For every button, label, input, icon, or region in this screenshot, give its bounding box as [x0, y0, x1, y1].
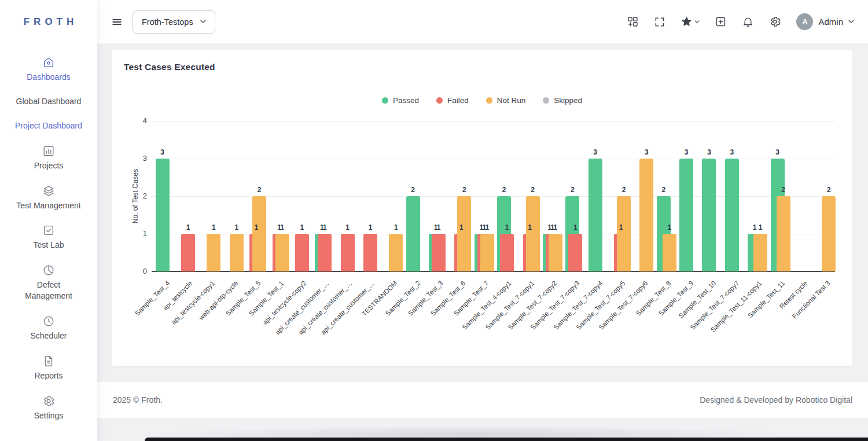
project-selector-value: Froth-Testops: [142, 17, 193, 27]
avatar: A: [796, 13, 813, 30]
x-axis-label: api_testcycle-copy2: [261, 280, 307, 326]
bar-not-run[interactable]: [526, 196, 540, 271]
y-tick-0: 0: [126, 267, 147, 275]
bar-value-label: 2: [561, 186, 584, 194]
header-actions: A Admin: [627, 13, 854, 30]
bar-failed[interactable]: [432, 234, 446, 271]
sidebar-item-global-dashboard[interactable]: Global Dashboard: [14, 96, 83, 107]
apps-add-icon[interactable]: [627, 16, 639, 28]
bar-not-run[interactable]: [230, 234, 244, 271]
sidebar-item-label: Project Dashboard: [15, 120, 82, 131]
sidebar-item-test-lab[interactable]: Test Lab: [14, 224, 83, 251]
layers-icon: [42, 185, 55, 197]
sidebar-item-reports[interactable]: Reports: [14, 355, 83, 381]
bar-value-label: 2: [612, 186, 635, 194]
x-axis-label: web-api-otp-cycle: [197, 280, 239, 321]
settings-gear-icon[interactable]: [769, 16, 781, 28]
hamburger-menu-icon[interactable]: [111, 16, 123, 28]
bar-failed[interactable]: [341, 234, 355, 271]
bar-not-run[interactable]: [275, 234, 289, 271]
bar-value-label: 3: [720, 148, 744, 156]
notifications-bell-icon[interactable]: [742, 16, 754, 28]
bar-value-label: 2: [652, 186, 675, 194]
sidebar-item-defect-management[interactable]: Defect Management: [14, 264, 83, 302]
sidebar-item-label: Test Lab: [34, 240, 64, 251]
sidebar-item-label: Test Management: [16, 200, 80, 211]
bar-passed[interactable]: [725, 159, 739, 271]
bar-not-run[interactable]: [822, 196, 836, 271]
bar-failed[interactable]: [295, 234, 309, 271]
bar-not-run[interactable]: [389, 234, 403, 271]
bar-not-run[interactable]: [617, 196, 631, 271]
bar-value-label: 2: [453, 186, 476, 194]
bar-value-label: 2: [521, 186, 545, 194]
clock-icon: [42, 315, 55, 328]
file-icon: [42, 355, 55, 368]
fullscreen-icon[interactable]: [654, 16, 665, 28]
bar-chart-icon: [42, 145, 55, 157]
bar-failed[interactable]: [568, 234, 582, 271]
bar-passed[interactable]: [406, 196, 420, 271]
sidebar-item-label: Settings: [34, 410, 64, 421]
sidebar-item-test-management[interactable]: Test Management: [14, 185, 83, 211]
chevron-down-icon: [200, 20, 206, 24]
bar-not-run[interactable]: [549, 234, 562, 271]
bar-value-label: 1: [749, 223, 772, 231]
sidebar-item-project-dashboard[interactable]: Project Dashboard: [14, 120, 83, 131]
bar-passed[interactable]: [702, 159, 716, 271]
sidebar-item-label: Defect Management: [14, 280, 83, 302]
bar-value-label: 1: [609, 223, 632, 231]
bar-not-run[interactable]: [753, 234, 767, 271]
bottom-strip: [97, 418, 868, 441]
bar-passed[interactable]: [156, 159, 170, 271]
sidebar-item-scheduler[interactable]: Scheduler: [14, 315, 83, 341]
sidebar-item-label: Scheduler: [30, 330, 67, 341]
add-widget-icon[interactable]: [715, 16, 727, 28]
chevron-down-icon: [694, 20, 700, 24]
home-icon: [42, 56, 55, 69]
bar-not-run[interactable]: [639, 159, 653, 271]
bar-value-label: 1: [658, 223, 681, 231]
bar-failed[interactable]: [500, 234, 514, 271]
bar-not-run[interactable]: [252, 196, 266, 271]
bar-failed[interactable]: [363, 234, 377, 271]
sidebar-item-projects[interactable]: Projects: [14, 145, 83, 171]
bar-value-label: 1: [313, 223, 336, 231]
bar-value-label: 1: [202, 223, 225, 231]
favorites-star-icon[interactable]: [681, 16, 700, 28]
chart-plot: 012343Sample_Test_41api_testcycle1api_te…: [112, 50, 852, 366]
footer-copyright: 2025 © Froth.: [113, 395, 163, 405]
bar-not-run[interactable]: [777, 196, 790, 271]
bottom-window-edge: [145, 438, 868, 441]
bar-not-run[interactable]: [457, 196, 471, 271]
bar-failed[interactable]: [318, 234, 332, 271]
y-tick-3: 3: [126, 154, 147, 163]
bar-failed[interactable]: [181, 234, 195, 271]
bar-passed[interactable]: [679, 159, 693, 271]
bar-not-run[interactable]: [480, 234, 494, 271]
top-header: Froth-Testops A Admin: [97, 0, 868, 43]
bar-not-run[interactable]: [663, 234, 676, 271]
bar-passed[interactable]: [589, 159, 602, 271]
bar-value-label: 3: [675, 148, 698, 156]
bar-value-label: 1: [564, 223, 587, 231]
bar-value-label: 3: [635, 148, 658, 156]
sidebar-item-label: Reports: [34, 370, 62, 381]
sidebar-item-dashboards[interactable]: Dashboards: [14, 56, 83, 83]
x-axis-label: api_testcycle-copy1: [170, 280, 216, 326]
sidebar-item-settings[interactable]: Settings: [14, 395, 83, 421]
project-selector[interactable]: Froth-Testops: [133, 10, 215, 34]
bar-value-label: 1: [495, 223, 518, 231]
bar-value-label: 3: [151, 148, 174, 156]
bar-value-label: 2: [248, 186, 271, 194]
y-tick-4: 4: [126, 116, 147, 125]
bar-value-label: 1: [336, 223, 359, 231]
user-menu[interactable]: A Admin: [796, 13, 854, 30]
footer-credit: Designed & Developed by Robotico Digital: [700, 395, 852, 405]
bar-value-label: 1: [176, 223, 200, 231]
x-axis-label: Sample_Test_4: [134, 280, 171, 317]
page-footer: 2025 © Froth. Designed & Developed by Ro…: [97, 382, 868, 418]
sidebar: FROTH Dashboards Global Dashboard Projec…: [0, 0, 97, 441]
bar-not-run[interactable]: [207, 234, 220, 271]
app-logo: FROTH: [0, 0, 97, 43]
